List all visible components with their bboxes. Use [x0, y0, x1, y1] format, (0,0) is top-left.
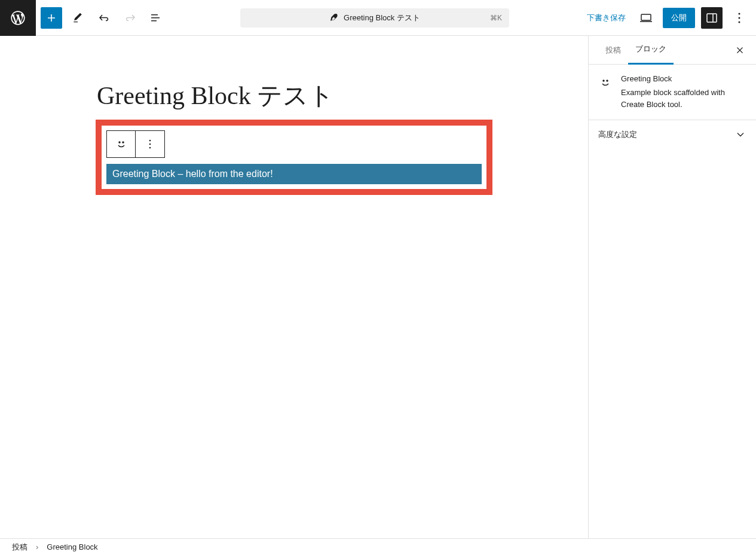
- main-layout: Greeting Block テスト Greeting Block – hell…: [0, 36, 756, 538]
- highlighted-block-region: Greeting Block – hello from the editor!: [96, 120, 492, 195]
- toolbar-center: Greeting Block テスト ⌘K: [172, 8, 577, 28]
- editor-content: Greeting Block テスト: [97, 81, 491, 111]
- svg-point-10: [149, 147, 151, 149]
- tab-block[interactable]: ブロック: [628, 35, 674, 65]
- svg-point-6: [119, 142, 120, 143]
- block-info-panel: Greeting Block Example block scaffolded …: [589, 65, 756, 120]
- greeting-block[interactable]: Greeting Block – hello from the editor!: [106, 164, 482, 184]
- toolbar-left-group: [36, 7, 172, 29]
- breadcrumb: 投稿 › Greeting Block: [0, 538, 756, 555]
- more-vertical-icon: [143, 137, 157, 151]
- settings-sidebar: 投稿 ブロック Greeting Block Example block sca…: [588, 36, 756, 538]
- keyboard-shortcut: ⌘K: [490, 14, 502, 22]
- svg-point-4: [739, 17, 740, 19]
- editor-area: Greeting Block テスト Greeting Block – hell…: [0, 36, 588, 538]
- options-button[interactable]: [729, 7, 750, 29]
- document-title-bar[interactable]: Greeting Block テスト ⌘K: [240, 8, 509, 28]
- chevron-down-icon: [734, 129, 746, 141]
- save-draft-button[interactable]: 下書き保存: [583, 9, 629, 27]
- edit-mode-button[interactable]: [67, 7, 88, 29]
- publish-button[interactable]: 公開: [663, 8, 695, 28]
- redo-button: [120, 7, 141, 29]
- block-description: Example block scaffolded with Create Blo…: [621, 87, 746, 110]
- top-toolbar: Greeting Block テスト ⌘K 下書き保存 公開: [0, 0, 756, 36]
- smiley-icon: [114, 137, 128, 151]
- advanced-settings-label: 高度な設定: [598, 129, 637, 140]
- svg-point-5: [739, 21, 740, 23]
- undo-button[interactable]: [93, 7, 115, 29]
- svg-point-8: [149, 140, 151, 142]
- svg-rect-1: [707, 14, 717, 22]
- block-name: Greeting Block: [621, 74, 746, 83]
- breadcrumb-root[interactable]: 投稿: [12, 542, 27, 553]
- breadcrumb-current[interactable]: Greeting Block: [47, 542, 97, 551]
- settings-sidebar-toggle[interactable]: [701, 7, 723, 29]
- document-title-text: Greeting Block テスト: [344, 13, 420, 23]
- document-overview-button[interactable]: [146, 7, 167, 29]
- breadcrumb-separator: ›: [36, 542, 38, 551]
- block-options-button[interactable]: [136, 131, 164, 157]
- smiley-icon: [598, 75, 613, 110]
- svg-rect-0: [641, 14, 651, 20]
- svg-point-12: [607, 80, 608, 81]
- add-block-button[interactable]: [41, 7, 62, 29]
- sidebar-tabs: 投稿 ブロック: [589, 36, 756, 65]
- svg-point-7: [123, 142, 124, 143]
- post-title[interactable]: Greeting Block テスト: [97, 81, 491, 111]
- preview-button[interactable]: [635, 7, 657, 29]
- svg-point-11: [603, 80, 604, 81]
- advanced-settings-panel[interactable]: 高度な設定: [589, 120, 756, 149]
- close-icon: [734, 45, 745, 56]
- wordpress-logo[interactable]: [0, 0, 36, 36]
- tab-post[interactable]: 投稿: [598, 36, 628, 64]
- block-toolbar: [106, 130, 165, 158]
- svg-point-3: [739, 13, 740, 14]
- close-sidebar-button[interactable]: [731, 41, 749, 59]
- toolbar-right-group: 下書き保存 公開: [577, 7, 756, 29]
- block-type-button[interactable]: [107, 131, 136, 157]
- feather-icon: [329, 13, 339, 23]
- block-info-text: Greeting Block Example block scaffolded …: [621, 74, 746, 110]
- svg-point-9: [149, 144, 151, 145]
